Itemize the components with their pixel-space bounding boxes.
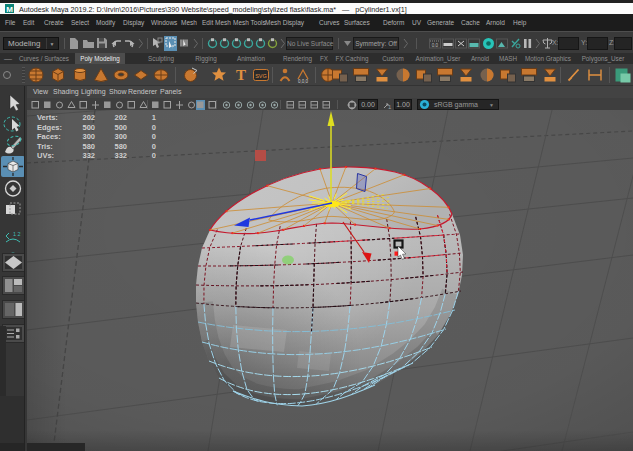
svg-text:T: T <box>236 67 246 83</box>
svg-text:0.0: 0.0 <box>432 43 439 48</box>
svg-text:1 2: 1 2 <box>13 231 21 237</box>
svg-text:0,0,0: 0,0,0 <box>298 79 309 84</box>
svg-text:SVG: SVG <box>255 73 267 79</box>
svg-text:M: M <box>6 5 13 14</box>
